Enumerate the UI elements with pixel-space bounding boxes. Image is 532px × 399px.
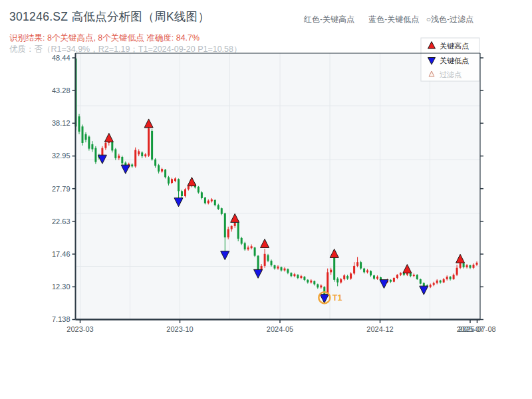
svg-text:48.44: 48.44 [52, 54, 70, 62]
svg-text:32.95: 32.95 [52, 152, 70, 160]
svg-text:7.138: 7.138 [52, 315, 70, 323]
svg-text:2025-07-08: 2025-07-08 [458, 325, 495, 333]
svg-text:43.28: 43.28 [52, 86, 70, 94]
svg-text:22.63: 22.63 [52, 217, 70, 225]
svg-text:T1: T1 [332, 293, 342, 303]
svg-text:关键高点: 关键高点 [440, 42, 469, 50]
svg-text:关键低点: 关键低点 [440, 57, 469, 65]
svg-text:2023-10: 2023-10 [166, 325, 193, 333]
svg-text:2023-03: 2023-03 [66, 325, 93, 333]
svg-text:过滤点: 过滤点 [440, 70, 462, 78]
svg-text:27.79: 27.79 [52, 185, 70, 193]
svg-text:17.46: 17.46 [52, 250, 70, 258]
svg-text:12.30: 12.30 [52, 283, 70, 291]
kline-chart-svg: 关键高点关键低点过滤点T148.4443.2838.1232.9527.7922… [0, 0, 532, 399]
svg-text:2024-05: 2024-05 [267, 325, 293, 333]
kline-chart: 关键高点关键低点过滤点T148.4443.2838.1232.9527.7922… [0, 0, 532, 399]
svg-text:38.12: 38.12 [52, 119, 70, 127]
chart-page: { "header": { "title": "301246.SZ 高低点分析图… [0, 0, 532, 399]
svg-text:2024-12: 2024-12 [366, 325, 393, 333]
